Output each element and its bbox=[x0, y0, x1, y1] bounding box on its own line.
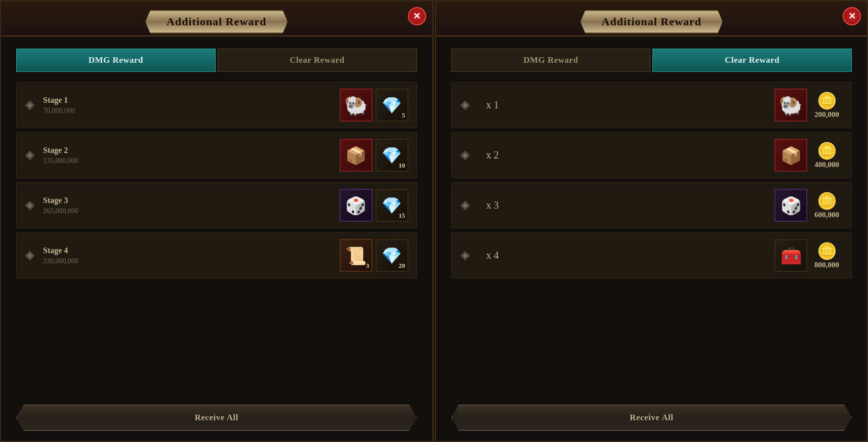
stage-4-item-2: 💎 20 bbox=[376, 239, 408, 272]
stage-3-item-1: 🎲 bbox=[340, 189, 373, 222]
stage-3-name: Stage 3 bbox=[43, 196, 340, 205]
clear-4-rewards: 🧰 🪙 800,000 bbox=[774, 239, 843, 272]
gold-amount-2: 400,000 bbox=[814, 160, 839, 169]
left-tabs: DMG Reward Clear Reward bbox=[1, 43, 432, 72]
clear-row-2: x 2 📦 🪙 400,000 bbox=[451, 132, 852, 178]
stage-2-text: Stage 2 135,000,000 bbox=[43, 146, 340, 165]
skull-icon-1: 🐏 bbox=[344, 94, 368, 116]
stage-4-count1: 3 bbox=[366, 262, 369, 270]
stage-3-text: Stage 3 265,000,000 bbox=[43, 196, 340, 215]
clear-1-rewards: 🐏 🪙 200,000 bbox=[774, 89, 843, 122]
diamond-icon-1 bbox=[25, 100, 35, 110]
gold-icon-1: 🪙 bbox=[817, 91, 837, 110]
right-tabs: DMG Reward Clear Reward bbox=[436, 43, 867, 72]
right-panel-title: Additional Reward bbox=[602, 15, 701, 28]
scroll-icon-1: 📜 bbox=[345, 246, 366, 266]
clear-row-4: x 4 🧰 🪙 800,000 bbox=[451, 232, 852, 278]
stage-1-name: Stage 1 bbox=[43, 96, 340, 105]
right-panel: Additional Reward ✕ DMG Reward Clear Rew… bbox=[435, 0, 869, 442]
clear-diamond-icon-3 bbox=[460, 200, 470, 211]
gold-icon-3: 🪙 bbox=[817, 191, 837, 211]
clear-diamond-icon-4 bbox=[460, 251, 470, 261]
clear-2-item-1: 📦 bbox=[774, 139, 807, 172]
gold-amount-1: 200,000 bbox=[814, 110, 839, 119]
stage-4-text: Stage 4 330,000,000 bbox=[43, 246, 340, 265]
stage-row-2: Stage 2 135,000,000 📦 💎 10 bbox=[16, 132, 417, 178]
diamond-icon-2 bbox=[25, 150, 35, 160]
right-content: x 1 🐏 🪙 200,000 bbox=[436, 72, 867, 399]
stage-4-name: Stage 4 bbox=[43, 246, 340, 255]
right-tab-dmg[interactable]: DMG Reward bbox=[451, 49, 651, 72]
clear-row-1: x 1 🐏 🪙 200,000 bbox=[451, 82, 852, 128]
stage-2-count: 10 bbox=[399, 162, 405, 170]
cube-icon-1: 🎲 bbox=[345, 195, 366, 216]
gold-icon-4: 🪙 bbox=[817, 242, 837, 261]
chest-icon-clear-2: 📦 bbox=[780, 145, 802, 166]
left-content: Stage 1 70,000,000 🐏 💎 5 bbox=[1, 72, 432, 399]
stage-2-name: Stage 2 bbox=[43, 146, 340, 155]
left-receive-all-button[interactable]: Receive All bbox=[16, 405, 417, 431]
cube-icon-clear-3: 🎲 bbox=[780, 195, 802, 216]
stage-row-1: Stage 1 70,000,000 🐏 💎 5 bbox=[16, 82, 417, 128]
stage-4-count: 20 bbox=[399, 262, 405, 270]
stage-2-item-1: 📦 bbox=[340, 139, 373, 172]
stage-1-item-2: 💎 5 bbox=[376, 89, 408, 122]
gold-amount-3: 600,000 bbox=[814, 211, 839, 219]
gem-icon-1: 💎 bbox=[382, 96, 402, 115]
stage-1-score: 70,000,000 bbox=[43, 107, 340, 115]
stage-2-rewards: 📦 💎 10 bbox=[340, 139, 408, 172]
chest2-icon-clear-4: 🧰 bbox=[780, 246, 802, 266]
clear-multiplier-3: x 3 bbox=[486, 199, 517, 211]
clear-multiplier-4: x 4 bbox=[486, 250, 517, 261]
clear-diamond-icon-2 bbox=[460, 150, 470, 160]
clear-row-3: x 3 🎲 🪙 600,000 bbox=[451, 182, 852, 228]
left-tab-dmg[interactable]: DMG Reward bbox=[16, 49, 216, 72]
stage-4-rewards: 📜 3 💎 20 bbox=[340, 239, 408, 272]
stage-3-score: 265,000,000 bbox=[43, 207, 340, 215]
clear-1-item-1: 🐏 bbox=[774, 89, 807, 122]
clear-2-rewards: 📦 🪙 400,000 bbox=[774, 139, 843, 172]
clear-diamond-icon-1 bbox=[460, 100, 470, 110]
right-title-box: Additional Reward bbox=[581, 10, 723, 33]
stage-3-rewards: 🎲 💎 15 bbox=[340, 189, 408, 222]
left-panel-title: Additional Reward bbox=[167, 15, 266, 28]
left-panel: Additional Reward ✕ DMG Reward Clear Rew… bbox=[0, 0, 433, 442]
clear-multiplier-2: x 2 bbox=[486, 149, 517, 161]
diamond-icon-4 bbox=[25, 251, 35, 261]
left-header: Additional Reward ✕ bbox=[1, 1, 432, 38]
clear-4-item-1: 🧰 bbox=[774, 239, 807, 272]
stage-2-score: 135,000,000 bbox=[43, 157, 340, 165]
left-title-box: Additional Reward bbox=[145, 10, 287, 33]
stage-row-4: Stage 4 330,000,000 📜 3 💎 20 bbox=[16, 232, 417, 278]
stage-2-item-2: 💎 10 bbox=[376, 139, 408, 172]
clear-3-rewards: 🎲 🪙 600,000 bbox=[774, 189, 843, 222]
right-tab-clear[interactable]: Clear Reward bbox=[652, 49, 852, 72]
stage-3-count: 15 bbox=[399, 212, 405, 220]
diamond-icon-3 bbox=[25, 200, 35, 211]
gold-amount-4: 800,000 bbox=[814, 261, 839, 269]
stage-3-item-2: 💎 15 bbox=[376, 189, 408, 222]
stage-1-item-1: 🐏 bbox=[340, 89, 373, 122]
stage-1-count: 5 bbox=[402, 111, 405, 119]
right-receive-all-button[interactable]: Receive All bbox=[451, 405, 852, 431]
clear-multiplier-1: x 1 bbox=[486, 99, 517, 111]
right-header: Additional Reward ✕ bbox=[436, 1, 867, 38]
stage-row-3: Stage 3 265,000,000 🎲 💎 15 bbox=[16, 182, 417, 228]
gold-icon-2: 🪙 bbox=[817, 141, 837, 160]
stage-1-rewards: 🐏 💎 5 bbox=[340, 89, 408, 122]
stage-1-text: Stage 1 70,000,000 bbox=[43, 96, 340, 115]
left-tab-clear[interactable]: Clear Reward bbox=[218, 49, 417, 72]
chest-icon-1: 📦 bbox=[345, 145, 366, 166]
right-close-button[interactable]: ✕ bbox=[843, 7, 861, 25]
clear-3-item-1: 🎲 bbox=[774, 189, 807, 222]
stage-4-item-1: 📜 3 bbox=[340, 239, 373, 272]
left-close-button[interactable]: ✕ bbox=[408, 7, 426, 25]
stage-4-score: 330,000,000 bbox=[43, 257, 340, 265]
skull-icon-clear-1: 🐏 bbox=[779, 94, 803, 116]
